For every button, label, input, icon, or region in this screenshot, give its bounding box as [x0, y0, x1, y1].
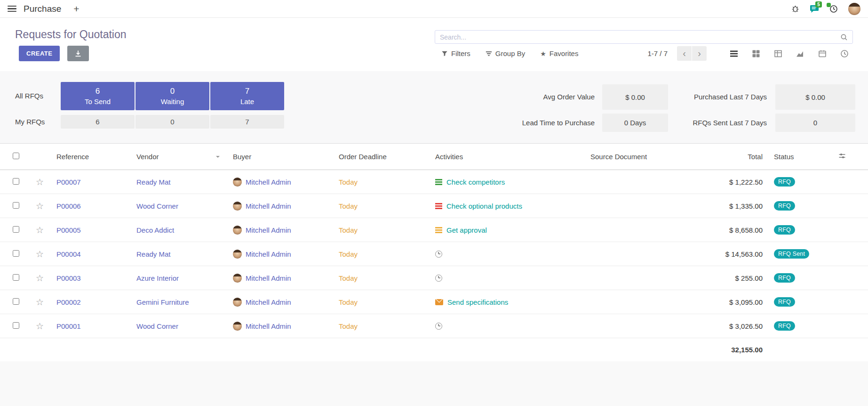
table-row[interactable]: ☆ P00005 Deco Addict Mitchell Admin Toda… — [0, 218, 868, 242]
pager-next-button[interactable]: › — [692, 46, 707, 61]
vendor-link[interactable]: Azure Interior — [136, 274, 179, 282]
activity-label[interactable]: Check optional products — [446, 202, 522, 210]
vendor-link[interactable]: Gemini Furniture — [136, 298, 189, 306]
vendor-link[interactable]: Ready Mat — [136, 178, 171, 186]
row-checkbox[interactable] — [13, 298, 19, 305]
activity-icon[interactable] — [435, 275, 442, 282]
purchased-last-7-days: $ 0.00 — [775, 84, 855, 110]
table-row[interactable]: ☆ P00007 Ready Mat Mitchell Admin Today … — [0, 170, 868, 194]
activity-label[interactable]: Check competitors — [446, 178, 505, 186]
buyer-link[interactable]: Mitchell Admin — [246, 226, 291, 234]
table-row[interactable]: ☆ P00003 Azure Interior Mitchell Admin T… — [0, 266, 868, 290]
favorite-star-icon[interactable]: ☆ — [30, 250, 51, 259]
reference-link[interactable]: P00007 — [56, 178, 81, 186]
vendor-link[interactable]: Wood Corner — [136, 322, 178, 330]
buyer-link[interactable]: Mitchell Admin — [246, 322, 291, 330]
messages-icon[interactable]: 5 — [810, 5, 819, 13]
activity-label[interactable]: Send specifications — [447, 298, 508, 306]
my-late-tile[interactable]: 7 — [210, 115, 284, 129]
reference-link[interactable]: P00002 — [56, 298, 81, 306]
view-switcher — [723, 46, 855, 61]
plus-icon[interactable]: + — [73, 4, 79, 14]
view-kanban-icon[interactable] — [745, 46, 767, 61]
vendor-link[interactable]: Deco Addict — [136, 226, 174, 234]
reference-link[interactable]: P00001 — [56, 322, 81, 330]
row-checkbox[interactable] — [13, 322, 19, 329]
reference-link[interactable]: P00005 — [56, 226, 81, 234]
user-avatar[interactable] — [848, 3, 860, 15]
buyer-avatar — [233, 178, 242, 187]
group-by-icon — [486, 50, 492, 57]
buyer-link[interactable]: Mitchell Admin — [246, 274, 291, 282]
favorite-star-icon[interactable]: ☆ — [30, 202, 51, 211]
view-calendar-icon[interactable] — [811, 46, 833, 61]
row-checkbox[interactable] — [13, 226, 19, 233]
lead-time-value: 0 Days — [602, 114, 668, 132]
search-icon[interactable] — [840, 33, 848, 41]
column-source-document[interactable]: Source Document — [585, 153, 691, 161]
column-status[interactable]: Status — [768, 153, 827, 161]
activity-label[interactable]: Get approval — [446, 226, 487, 234]
table-row[interactable]: ☆ P00004 Ready Mat Mitchell Admin Today … — [0, 242, 868, 266]
tile-waiting[interactable]: 0 Waiting — [135, 82, 209, 110]
filters-button[interactable]: Filters — [441, 49, 470, 57]
favorite-star-icon[interactable]: ☆ — [30, 274, 51, 283]
my-to-send-tile[interactable]: 6 — [61, 115, 135, 129]
row-checkbox[interactable] — [13, 178, 19, 185]
debug-bug-icon[interactable] — [791, 5, 799, 13]
tile-late[interactable]: 7 Late — [210, 82, 284, 110]
tile-to-send[interactable]: 6 To Send — [61, 82, 135, 110]
activity-icon[interactable] — [435, 203, 442, 209]
select-all-checkbox[interactable] — [13, 153, 19, 159]
my-waiting-tile[interactable]: 0 — [135, 115, 209, 129]
favorite-star-icon[interactable]: ☆ — [30, 298, 51, 307]
pager-previous-button[interactable]: ‹ — [677, 46, 692, 61]
search-input[interactable] — [440, 33, 840, 41]
buyer-avatar — [233, 202, 242, 211]
order-deadline: Today — [333, 322, 430, 330]
order-deadline: Today — [333, 298, 430, 306]
activity-icon[interactable] — [435, 179, 442, 185]
optional-columns-cell — [827, 152, 868, 161]
activity-icon[interactable] — [435, 299, 443, 305]
favorite-star-icon[interactable]: ☆ — [30, 178, 51, 187]
activity-icon[interactable] — [435, 323, 442, 330]
vendor-link[interactable]: Ready Mat — [136, 250, 171, 258]
activities-clock-icon[interactable] — [829, 5, 838, 13]
table-row[interactable]: ☆ P00006 Wood Corner Mitchell Admin Toda… — [0, 194, 868, 218]
row-checkbox[interactable] — [13, 250, 19, 257]
buyer-link[interactable]: Mitchell Admin — [246, 202, 291, 210]
column-reference[interactable]: Reference — [51, 153, 131, 161]
column-total[interactable]: Total — [691, 153, 768, 161]
view-graph-icon[interactable] — [789, 46, 811, 61]
buyer-link[interactable]: Mitchell Admin — [246, 298, 291, 306]
apps-menu-icon[interactable] — [8, 6, 16, 12]
reference-link[interactable]: P00003 — [56, 274, 81, 282]
table-row[interactable]: ☆ P00002 Gemini Furniture Mitchell Admin… — [0, 290, 868, 314]
optional-columns-icon[interactable] — [838, 152, 846, 160]
download-button[interactable] — [67, 46, 89, 61]
column-buyer[interactable]: Buyer — [227, 153, 333, 161]
activity-icon[interactable] — [435, 227, 442, 233]
view-pivot-icon[interactable] — [767, 46, 789, 61]
vendor-link[interactable]: Wood Corner — [136, 202, 178, 210]
view-list-icon[interactable] — [723, 46, 745, 61]
column-vendor[interactable]: Vendor — [131, 153, 227, 161]
buyer-link[interactable]: Mitchell Admin — [246, 250, 291, 258]
app-name[interactable]: Purchase — [24, 4, 61, 14]
table-row[interactable]: ☆ P00001 Wood Corner Mitchell Admin Toda… — [0, 314, 868, 338]
row-checkbox[interactable] — [13, 202, 19, 209]
row-checkbox[interactable] — [13, 274, 19, 281]
favorites-button[interactable]: ★ Favorites — [540, 49, 578, 57]
favorite-star-icon[interactable]: ☆ — [30, 322, 51, 331]
buyer-link[interactable]: Mitchell Admin — [246, 178, 291, 186]
group-by-button[interactable]: Group By — [486, 49, 525, 57]
view-activity-icon[interactable] — [833, 46, 855, 61]
reference-link[interactable]: P00004 — [56, 250, 81, 258]
create-button[interactable]: CREATE — [19, 46, 60, 61]
favorite-star-icon[interactable]: ☆ — [30, 226, 51, 235]
activity-icon[interactable] — [435, 251, 442, 258]
column-activities[interactable]: Activities — [430, 153, 585, 161]
column-order-deadline[interactable]: Order Deadline — [333, 153, 430, 161]
reference-link[interactable]: P00006 — [56, 202, 81, 210]
